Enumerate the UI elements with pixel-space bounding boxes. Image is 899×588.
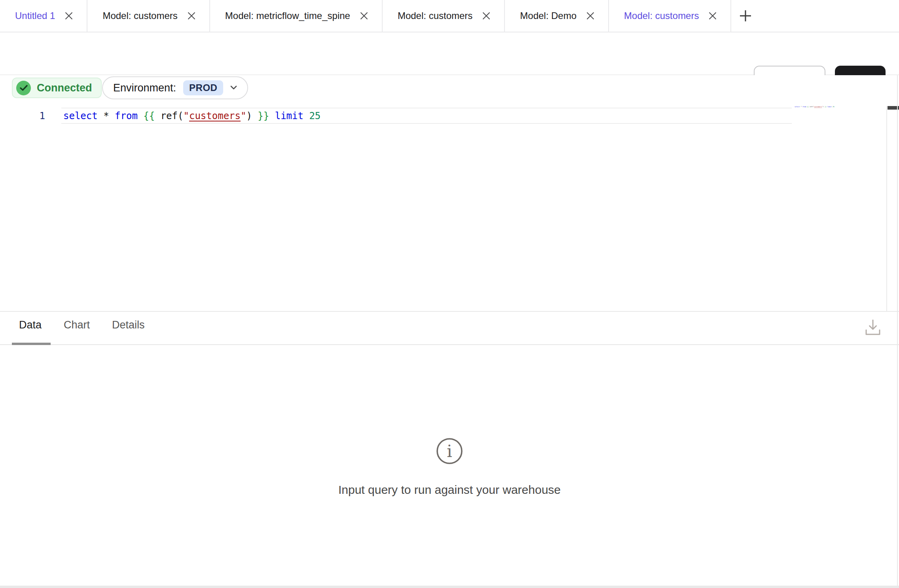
code-token-string: " — [183, 110, 189, 121]
code-token-plain: ref — [161, 110, 178, 121]
editor-tab-untitled-1[interactable]: Untitled 1 — [0, 0, 87, 32]
code-token-keyword: limit — [827, 106, 832, 108]
connection-status-badge: Connected — [12, 78, 102, 98]
check-icon — [16, 81, 31, 95]
tab-close-icon[interactable] — [585, 11, 596, 21]
code-token-keyword: from — [115, 110, 138, 121]
plus-icon — [738, 9, 753, 24]
results-tab-details[interactable]: Details — [112, 317, 145, 334]
code-token-delimiter: }} — [258, 110, 269, 121]
bottom-bar — [0, 586, 899, 588]
minimap-divider — [886, 106, 887, 311]
download-button[interactable] — [863, 317, 883, 339]
code-token-number: 25 — [309, 110, 321, 121]
svg-text:i: i — [447, 442, 452, 461]
sql-editor[interactable]: Connected Environment: PROD 1 select * f… — [0, 75, 899, 311]
code-token-plain: ) — [246, 110, 252, 121]
results-tabs-underline — [0, 344, 899, 345]
tab-label: Model: customers — [102, 10, 177, 21]
code-token-plain — [109, 110, 115, 121]
editor-tab-model-metricflow-time-spine[interactable]: Model: metricflow_time_spine — [210, 0, 383, 32]
tab-close-icon[interactable] — [186, 11, 197, 21]
empty-state: i Input query to run against your wareho… — [0, 437, 899, 497]
code-token-string-link: customers — [189, 110, 241, 121]
results-tab-bar: DataChartDetails — [19, 317, 145, 334]
code-token-keyword: select — [63, 110, 98, 121]
code-token-plain — [303, 110, 309, 121]
code-token-plain: ( — [178, 110, 183, 121]
editor-tab-model-customers[interactable]: Model: customers — [609, 0, 731, 32]
code-line[interactable]: select * from {{ ref("customers") }} lim… — [61, 108, 321, 123]
editor-tab-model-customers[interactable]: Model: customers — [87, 0, 210, 32]
tab-label: Model: metricflow_time_spine — [225, 10, 350, 21]
chevron-down-icon — [230, 85, 237, 91]
code-token-string: " — [241, 110, 246, 121]
line-number: 1 — [33, 108, 45, 124]
app-window: Untitled 1Model: customersModel: metricf… — [0, 0, 899, 588]
connection-status-label: Connected — [37, 82, 92, 94]
info-icon: i — [436, 437, 463, 467]
code-token-plain: ref — [810, 106, 812, 108]
code-token-keyword: select — [795, 106, 800, 108]
code-token-string-link: customers — [814, 106, 822, 108]
panel-divider[interactable] — [0, 311, 899, 312]
tab-close-icon[interactable] — [481, 11, 491, 21]
code-token-operator: * — [103, 110, 109, 121]
code-token-keyword: from — [802, 106, 806, 108]
code-token-number: 25 — [833, 106, 834, 108]
environment-value-badge: PROD — [183, 80, 223, 95]
code-token-plain — [269, 110, 275, 121]
new-tab-button[interactable] — [731, 0, 760, 32]
download-icon — [865, 318, 881, 338]
editor-tab-model-customers[interactable]: Model: customers — [383, 0, 505, 32]
code-token-plain — [98, 110, 103, 121]
environment-label: Environment: — [113, 82, 176, 94]
editor-tab-model-demo[interactable]: Model: Demo — [505, 0, 609, 32]
tab-label: Untitled 1 — [15, 10, 55, 21]
tab-close-icon[interactable] — [707, 11, 718, 21]
active-line-highlight[interactable]: select * from {{ ref("customers") }} lim… — [61, 108, 792, 124]
right-edge-border — [897, 75, 898, 586]
environment-selector[interactable]: Environment: PROD — [102, 76, 248, 99]
empty-state-message: Input query to run against your warehous… — [338, 483, 561, 497]
tab-label: Model: Demo — [520, 10, 577, 21]
tab-close-icon[interactable] — [359, 11, 369, 21]
results-tab-chart[interactable]: Chart — [64, 317, 90, 334]
tab-label: Model: customers — [398, 10, 472, 21]
code-token-plain — [138, 110, 143, 121]
toolbar: Develop Run — [0, 32, 899, 75]
results-tab-data[interactable]: Data — [19, 317, 42, 334]
tab-strip: Untitled 1Model: customersModel: metricf… — [0, 0, 731, 32]
tab-close-icon[interactable] — [64, 11, 74, 21]
code-token-keyword: limit — [275, 110, 303, 121]
minimap-code-line: select * from {{ ref("customers") }} lim… — [795, 106, 809, 108]
active-tab-indicator — [12, 343, 51, 345]
code-token-plain — [155, 110, 160, 121]
tab-label: Model: customers — [624, 10, 699, 21]
minimap[interactable]: select * from {{ ref("customers") }} lim… — [795, 106, 886, 130]
editor-tab-bar: Untitled 1Model: customersModel: metricf… — [0, 0, 899, 32]
code-token-delimiter: {{ — [143, 110, 155, 121]
code-token-plain — [252, 110, 258, 121]
